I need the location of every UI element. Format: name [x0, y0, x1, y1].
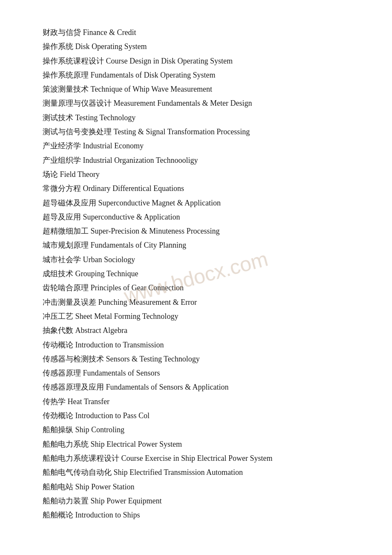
list-item: 冲击测量及误差 Punching Measurement & Error: [43, 295, 349, 309]
list-item: 超导磁体及应用 Superconductive Magnet & Applica…: [43, 196, 349, 210]
list-item: 船舶电力系统课程设计 Course Exercise in Ship Elect…: [43, 451, 349, 465]
list-item: 测试技术 Testing Technology: [43, 111, 349, 125]
list-item: 齿轮啮合原理 Principles of Gear Connection: [43, 281, 349, 295]
list-item: 常微分方程 Ordinary Differentical Equations: [43, 182, 349, 196]
list-item: 操作系统 Disk Operating System: [43, 40, 349, 54]
list-item: 成组技术 Grouping Technique: [43, 267, 349, 281]
list-item: 测量原理与仪器设计 Measurement Fundamentals & Met…: [43, 96, 349, 110]
list-item: 财政与信贷 Finance & Credit: [43, 26, 349, 40]
list-item: 策波测量技术 Technique of Whip Wave Measuremen…: [43, 82, 349, 96]
list-item: 城市规划原理 Fundamentals of City Planning: [43, 238, 349, 252]
list-item: 船舶操纵 Ship Controling: [43, 423, 349, 437]
list-item: 冲压工艺 Sheet Metal Forming Technology: [43, 309, 349, 324]
list-item: 船舶电站 Ship Power Station: [43, 480, 349, 494]
list-item: 船舶概论 Introduction to Ships: [43, 508, 349, 522]
list-item: 抽象代数 Abstract Algebra: [43, 324, 349, 338]
list-item: 场论 Field Theory: [43, 168, 349, 182]
list-item: 操作系统课程设计 Course Design in Disk Operating…: [43, 54, 349, 68]
list-item: 产业经济学 Industrial Economy: [43, 139, 349, 153]
list-item: 传劲概论 Introduction to Pass Col: [43, 409, 349, 423]
list-item: 操作系统原理 Fundamentals of Disk Operating Sy…: [43, 68, 349, 82]
list-item: 传动概论 Introduction to Transmission: [43, 338, 349, 352]
list-item: 传热学 Heat Transfer: [43, 395, 349, 409]
list-item: 船舶电力系统 Ship Electrical Power System: [43, 437, 349, 451]
list-item: 船舶动力装置 Ship Power Equipment: [43, 494, 349, 508]
list-item: 传感器与检测技术 Sensors & Testing Technology: [43, 352, 349, 366]
list-item: 产业组织学 Industrial Organization Technoooli…: [43, 153, 349, 168]
list-item: 城市社会学 Urban Sociology: [43, 253, 349, 267]
list-item: 超精微细加工 Super-Precision & Minuteness Proc…: [43, 224, 349, 238]
course-list: 财政与信贷 Finance & Credit操作系统 Disk Operatin…: [43, 26, 349, 522]
list-item: 超导及应用 Superconductive & Application: [43, 210, 349, 224]
list-item: 传感器原理及应用 Fundamentals of Sensors & Appli…: [43, 380, 349, 394]
list-item: 传感器原理 Fundamentals of Sensors: [43, 366, 349, 380]
list-item: 船舶电气传动自动化 Ship Electrified Transmission …: [43, 465, 349, 480]
list-item: 测试与信号变换处理 Testing & Signal Transformatio…: [43, 125, 349, 139]
